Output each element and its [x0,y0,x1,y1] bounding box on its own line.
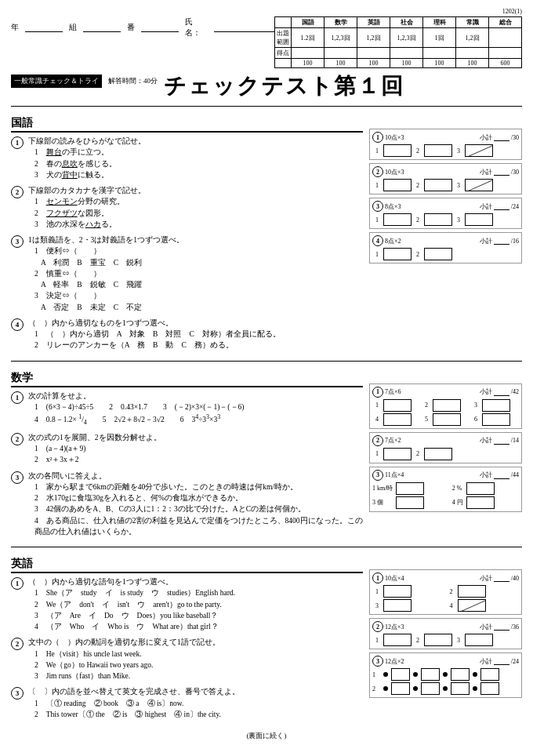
q1-item3: 3 犬の背中に触る。 [34,169,363,180]
test-header: 一般常識チェック＆トライ 解答時間：40分 チェックテスト第１回 [11,71,522,101]
english-answers: 1 10点×4 小計 /40 1 2 3 4 [369,552,522,725]
ans3-box3 [465,213,493,226]
ans1-box3-triangle [465,144,493,157]
math-ans3-max: /44 [511,471,519,478]
math-ans2-max: /14 [511,437,519,444]
math-q3-item2: 2 水170gに食塩30gを入れると、何%の食塩水ができるか。 [34,492,363,503]
math-ans1-box2 [433,399,461,412]
english-ans1-box3 [383,599,412,612]
math-ans3-box2 [466,482,495,495]
q1-text: 下線部の読みをひらがなで記せ。 [28,136,363,147]
subject-english: 英語 [357,17,390,28]
kokugo-q1: 1 下線部の読みをひらがなで記せ。 1 舞台の手に立つ。 2 春の息吹を感じる。… [11,136,363,180]
subject-rika: 理科 [423,17,456,28]
english-ans2-pts: 12点×3 [385,623,404,631]
english-q3-item1: 1 〔① reading ② book ③ a ④ is〕now. [34,698,363,709]
math-q2-content: 次の式の1を展開、2を因数分解せよ。 1 (a－4)(a＋9) 2 x²＋3x＋… [28,432,363,466]
score-shakai [390,48,423,59]
english-title: 英語 [11,557,363,573]
math-ans2: 2 7点×2 小計 /14 1 2 [369,432,522,463]
math-q2-text: 次の式の1を展開、2を因数分解せよ。 [28,432,363,443]
ans4-subtotal: 小計 /16 [480,237,519,245]
range-label: 出題範囲 [275,28,292,48]
score-rika [423,48,456,59]
dot4 [473,672,477,677]
kokugo-questions: 国語 1 下線部の読みをひらがなで記せ。 1 舞台の手に立つ。 2 春の息吹を感… [11,111,363,356]
q4-circle: 4 [11,318,24,331]
math-q1: 1 次の計算をせよ。 1 (6×3－4)÷45÷5 2 0.43×1.7 3 (… [11,391,363,427]
english-q2-item1: 1 He（visit）his uncle last week. [34,649,363,660]
english-ans1: 1 10点×4 小計 /40 1 2 3 4 [369,569,522,615]
english-ans3-row1: 1 [372,668,519,681]
english-ans3-box2d [480,682,499,695]
dot1 [383,672,388,677]
ans2-pts: 10点×3 [385,168,404,176]
english-q1-item3: 3 （ア Are イ Do ウ Does）you like baseball？ [34,610,363,621]
math-q2: 2 次の式の1を展開、2を因数分解せよ。 1 (a－4)(a＋9) 2 x²＋3… [11,432,363,466]
kokugo-ans1: 1 10点×3 小計 /30 1 2 3 [369,129,522,160]
kokugo-ans2-num: 2 10点×3 [372,166,404,177]
q4-text: （ ）内から適切なものを1つずつ選べ。 [28,318,363,329]
english-ans1-box4-triangle [458,599,486,612]
subtotal-label3: 小計 [480,202,492,211]
math-q3-circle: 3 [11,471,24,484]
english-q1-text: （ ）内から適切な語句を1つずつ選べ。 [28,576,363,587]
ans2-label2: 2 [413,182,422,189]
english-q1: 1 （ ）内から適切な語句を1つずつ選べ。 1 She（ア study イ is… [11,576,363,632]
dot2 [413,672,418,677]
ans1-box2 [424,144,452,157]
ans4-label1: 1 [372,251,382,258]
math-ans2-box1 [383,448,412,460]
q3-item1-choices: A 利潤 B 重宝 C 鋭利 [41,257,363,268]
q2-text: 下線部のカタカナを漢字で記せ。 [28,185,363,196]
english-ans3-row2: 2 [372,682,519,695]
math-q3-item1: 1 家から駅まで6kmの距離を40分で歩いた。このときの時速は何km/時か。 [34,482,363,492]
q3-item1: 1 便利⇔（ ） [34,245,363,256]
name-fields: 年 組 番 氏名： [11,16,274,38]
math-ans3-boxes: 1 km/時 2 % 3 個 4 円 [372,482,519,509]
q3-item3-choices: A 否定 B 未定 C 不定 [41,302,363,313]
class-label: 組 [69,22,77,33]
kokugo-ans2-header: 2 10点×3 小計 /30 [372,166,519,177]
math-questions: 数学 1 次の計算をせよ。 1 (6×3－4)÷45÷5 2 0.43×1.7 … [11,366,363,543]
ans1-pts: 10点×3 [385,133,404,142]
kokugo-section: 国語 1 下線部の読みをひらがなで記せ。 1 舞台の手に立つ。 2 春の息吹を感… [11,111,522,356]
ans4-max: /16 [511,238,519,245]
ans4-box1 [383,248,412,260]
math-ans1-header: 1 7点×6 小計 /42 [372,387,519,398]
math-ans1: 1 7点×6 小計 /42 1 2 3 4 5 [369,383,522,429]
score-english [357,48,390,59]
score-total [489,48,522,59]
ans3-circle: 3 [372,201,383,212]
ans2-label1: 1 [372,182,382,189]
q3-circle: 3 [11,235,24,248]
ans3-box1 [383,213,412,226]
english-ans2-box1 [383,634,412,646]
english-q3: 3 〔 〕内の語を並べ替えて英文を完成させ、番号で答えよ。 1 〔① readi… [11,686,363,720]
math-q3-content: 次の各問いに答えよ。 1 家から駅まで6kmの距離を40分で歩いた。このときの時… [28,471,363,538]
subject-total: 総合 [489,17,522,28]
kokugo-title: 国語 [11,116,363,133]
math-ans2-boxes: 1 2 [372,448,519,460]
english-ans1-box1 [383,585,412,598]
q2-item3: 3 池の水深をハカる。 [34,219,363,230]
dot6 [413,686,418,691]
english-q1-item1: 1 She（ア study イ is study ウ studies）Engli… [34,587,363,598]
english-q2: 2 文中の（ ）内の動詞を適切な形に変えて1語で記せ。 1 He（visit）h… [11,637,363,681]
kokugo-q4: 4 （ ）内から適切なものを1つずつ選べ。 1 （ ）内から適切 A 対象 B … [11,318,363,351]
subtotal-label4: 小計 [480,237,492,245]
ans3-label2: 2 [413,216,422,224]
kokugo-q3: 3 1は類義語を、2・3は対義語を1つずつ選べ。 1 便利⇔（ ） A 利潤 B… [11,234,363,313]
english-questions: 英語 1 （ ）内から適切な語句を1つずつ選べ。 1 She（ア study イ… [11,552,363,725]
math-ans1-circle: 1 [372,387,383,398]
ans4-box2 [424,248,452,260]
dot5 [383,686,388,691]
math-q1-content: 次の計算をせよ。 1 (6×3－4)÷45÷5 2 0.43×1.7 3 (－2… [28,391,363,427]
score-table: 国語 数学 英語 社会 理科 常識 総合 出題範囲 1.2回 1,2,3回 1,… [274,16,522,68]
q2-item2: 2 フクザツな図形。 [34,208,363,219]
math-ans1-boxes: 1 2 3 4 5 6 [372,399,519,426]
ans2-circle: 2 [372,166,383,177]
english-q1-item4: 4 （ア Who イ Who is ウ What are）that girl？ [34,621,363,632]
number-label: 番 [127,22,135,33]
math-title: 数学 [11,371,363,387]
